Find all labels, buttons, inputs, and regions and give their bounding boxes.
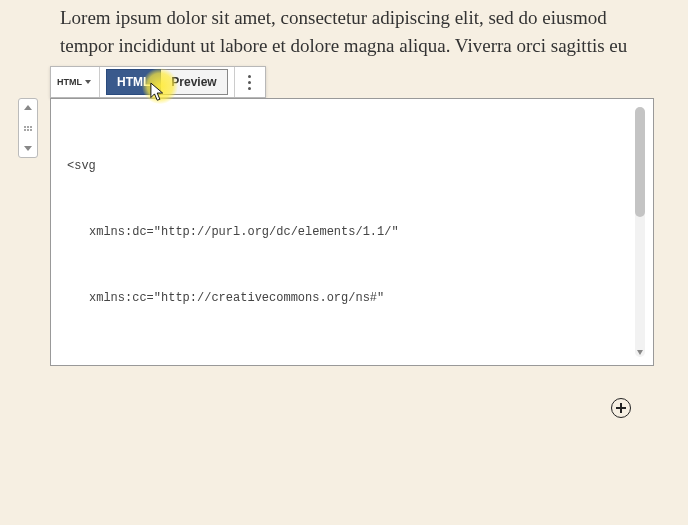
code-line: xmlns:rdf="http://www.w3.org/1999/02/22-… <box>67 353 637 357</box>
add-block-button[interactable] <box>611 398 631 418</box>
code-editor[interactable]: <svg xmlns:dc="http://purl.org/dc/elemen… <box>59 107 645 357</box>
code-line: xmlns:cc="http://creativecommons.org/ns#… <box>67 287 637 309</box>
block-type-label: HTML <box>57 77 82 87</box>
block-mover-handle[interactable] <box>18 98 38 158</box>
vertical-scrollbar[interactable] <box>635 107 645 357</box>
code-line: <svg <box>67 155 637 177</box>
move-up-icon <box>24 105 32 110</box>
drag-handle-icon <box>23 126 33 131</box>
more-vertical-icon <box>248 75 251 90</box>
scrollbar-thumb[interactable] <box>635 107 645 217</box>
block-toolbar: HTML HTML Preview <box>50 66 266 98</box>
caret-down-icon <box>85 80 91 84</box>
block-type-selector[interactable]: HTML <box>51 67 100 97</box>
tab-html[interactable]: HTML <box>106 69 161 95</box>
html-block: <svg xmlns:dc="http://purl.org/dc/elemen… <box>50 98 654 366</box>
more-options-button[interactable] <box>235 67 265 97</box>
view-switcher: HTML Preview <box>100 67 235 97</box>
body-paragraph[interactable]: Lorem ipsum dolor sit amet, consectetur … <box>60 4 648 60</box>
scroll-down-icon <box>637 350 643 355</box>
move-down-icon <box>24 146 32 151</box>
tab-preview[interactable]: Preview <box>160 69 227 95</box>
code-line: xmlns:dc="http://purl.org/dc/elements/1.… <box>67 221 637 243</box>
